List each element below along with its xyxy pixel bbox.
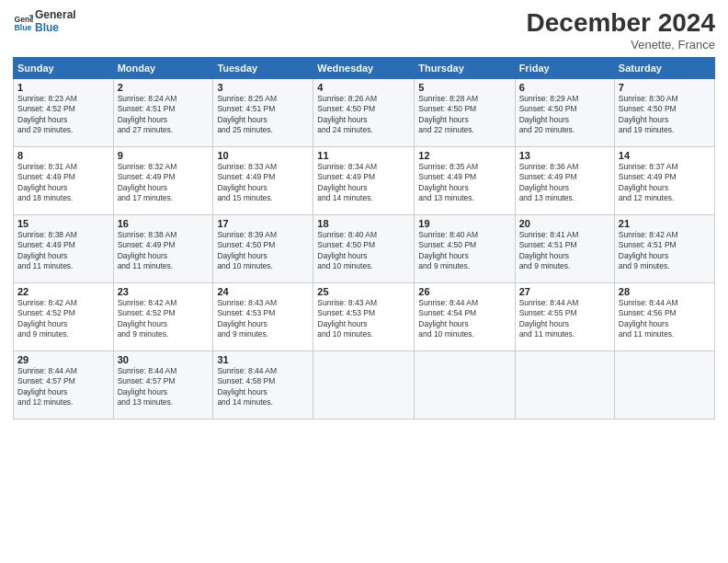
day-number: 9 — [118, 150, 210, 161]
weekday-header-monday: Monday — [113, 57, 213, 78]
calendar-cell: 28Sunrise: 8:44 AMSunset: 4:56 PMDayligh… — [614, 282, 714, 350]
calendar-cell: 9Sunrise: 8:32 AMSunset: 4:49 PMDaylight… — [113, 146, 213, 214]
day-detail: Sunrise: 8:41 AMSunset: 4:51 PMDaylight … — [519, 230, 610, 272]
day-detail: Sunrise: 8:44 AMSunset: 4:57 PMDaylight … — [118, 366, 210, 408]
calendar-cell — [614, 350, 714, 419]
day-detail: Sunrise: 8:38 AMSunset: 4:49 PMDaylight … — [17, 230, 109, 272]
week-row-5: 29Sunrise: 8:44 AMSunset: 4:57 PMDayligh… — [14, 350, 715, 419]
calendar-cell: 22Sunrise: 8:42 AMSunset: 4:52 PMDayligh… — [14, 282, 114, 350]
calendar-cell: 20Sunrise: 8:41 AMSunset: 4:51 PMDayligh… — [515, 214, 614, 282]
logo-general: General — [35, 9, 76, 22]
day-detail: Sunrise: 8:25 AMSunset: 4:51 PMDaylight … — [217, 94, 309, 136]
weekday-header-saturday: Saturday — [614, 57, 714, 78]
day-detail: Sunrise: 8:31 AMSunset: 4:49 PMDaylight … — [17, 162, 109, 204]
day-number: 10 — [217, 150, 309, 161]
day-number: 22 — [17, 286, 109, 297]
calendar-cell: 8Sunrise: 8:31 AMSunset: 4:49 PMDaylight… — [14, 146, 114, 214]
calendar-cell: 24Sunrise: 8:43 AMSunset: 4:53 PMDayligh… — [213, 282, 313, 350]
day-number: 4 — [317, 82, 410, 93]
calendar-cell: 10Sunrise: 8:33 AMSunset: 4:49 PMDayligh… — [213, 146, 313, 214]
day-detail: Sunrise: 8:33 AMSunset: 4:49 PMDaylight … — [217, 162, 309, 204]
calendar-cell: 14Sunrise: 8:37 AMSunset: 4:49 PMDayligh… — [614, 146, 714, 214]
day-number: 5 — [418, 82, 510, 93]
day-number: 26 — [418, 286, 510, 297]
calendar-cell: 26Sunrise: 8:44 AMSunset: 4:54 PMDayligh… — [415, 282, 515, 350]
day-detail: Sunrise: 8:35 AMSunset: 4:49 PMDaylight … — [418, 162, 510, 204]
day-detail: Sunrise: 8:43 AMSunset: 4:53 PMDaylight … — [217, 298, 309, 340]
logo: General Blue General Blue — [13, 9, 76, 35]
day-detail: Sunrise: 8:40 AMSunset: 4:50 PMDaylight … — [418, 230, 510, 272]
day-number: 18 — [317, 218, 410, 229]
calendar-cell: 4Sunrise: 8:26 AMSunset: 4:50 PMDaylight… — [313, 78, 415, 146]
week-row-1: 1Sunrise: 8:23 AMSunset: 4:52 PMDaylight… — [14, 78, 715, 146]
calendar-cell: 18Sunrise: 8:40 AMSunset: 4:50 PMDayligh… — [313, 214, 415, 282]
calendar-cell: 7Sunrise: 8:30 AMSunset: 4:50 PMDaylight… — [614, 78, 714, 146]
weekday-header-tuesday: Tuesday — [213, 57, 313, 78]
day-number: 11 — [317, 150, 410, 161]
day-detail: Sunrise: 8:37 AMSunset: 4:49 PMDaylight … — [619, 162, 711, 204]
day-detail: Sunrise: 8:23 AMSunset: 4:52 PMDaylight … — [17, 94, 109, 136]
day-detail: Sunrise: 8:42 AMSunset: 4:51 PMDaylight … — [619, 230, 711, 272]
calendar-cell: 19Sunrise: 8:40 AMSunset: 4:50 PMDayligh… — [415, 214, 515, 282]
day-number: 8 — [17, 150, 109, 161]
day-detail: Sunrise: 8:24 AMSunset: 4:51 PMDaylight … — [118, 94, 210, 136]
calendar-cell: 1Sunrise: 8:23 AMSunset: 4:52 PMDaylight… — [14, 78, 114, 146]
day-detail: Sunrise: 8:39 AMSunset: 4:50 PMDaylight … — [217, 230, 309, 272]
day-number: 25 — [317, 286, 410, 297]
day-detail: Sunrise: 8:38 AMSunset: 4:49 PMDaylight … — [118, 230, 210, 272]
calendar-cell: 6Sunrise: 8:29 AMSunset: 4:50 PMDaylight… — [515, 78, 614, 146]
weekday-header-wednesday: Wednesday — [313, 57, 415, 78]
calendar-cell: 12Sunrise: 8:35 AMSunset: 4:49 PMDayligh… — [415, 146, 515, 214]
day-number: 14 — [619, 150, 711, 161]
header: General Blue General Blue December 2024 … — [13, 9, 715, 52]
calendar-cell: 25Sunrise: 8:43 AMSunset: 4:53 PMDayligh… — [313, 282, 415, 350]
week-row-4: 22Sunrise: 8:42 AMSunset: 4:52 PMDayligh… — [14, 282, 715, 350]
day-detail: Sunrise: 8:40 AMSunset: 4:50 PMDaylight … — [317, 230, 410, 272]
day-detail: Sunrise: 8:44 AMSunset: 4:54 PMDaylight … — [418, 298, 510, 340]
day-detail: Sunrise: 8:44 AMSunset: 4:58 PMDaylight … — [217, 366, 309, 408]
day-detail: Sunrise: 8:42 AMSunset: 4:52 PMDaylight … — [17, 298, 109, 340]
day-number: 15 — [17, 218, 109, 229]
day-detail: Sunrise: 8:30 AMSunset: 4:50 PMDaylight … — [619, 94, 711, 136]
calendar-cell — [415, 350, 515, 419]
calendar-cell: 3Sunrise: 8:25 AMSunset: 4:51 PMDaylight… — [213, 78, 313, 146]
day-detail: Sunrise: 8:44 AMSunset: 4:56 PMDaylight … — [619, 298, 711, 340]
day-number: 28 — [619, 286, 711, 297]
weekday-header-thursday: Thursday — [415, 57, 515, 78]
calendar-cell: 29Sunrise: 8:44 AMSunset: 4:57 PMDayligh… — [14, 350, 114, 419]
calendar-cell: 23Sunrise: 8:42 AMSunset: 4:52 PMDayligh… — [113, 282, 213, 350]
calendar-cell: 5Sunrise: 8:28 AMSunset: 4:50 PMDaylight… — [415, 78, 515, 146]
calendar-cell: 17Sunrise: 8:39 AMSunset: 4:50 PMDayligh… — [213, 214, 313, 282]
day-detail: Sunrise: 8:44 AMSunset: 4:57 PMDaylight … — [17, 366, 109, 408]
day-detail: Sunrise: 8:36 AMSunset: 4:49 PMDaylight … — [519, 162, 610, 204]
day-detail: Sunrise: 8:42 AMSunset: 4:52 PMDaylight … — [118, 298, 210, 340]
calendar-cell: 11Sunrise: 8:34 AMSunset: 4:49 PMDayligh… — [313, 146, 415, 214]
location: Venette, France — [527, 38, 715, 52]
day-detail: Sunrise: 8:44 AMSunset: 4:55 PMDaylight … — [519, 298, 610, 340]
day-detail: Sunrise: 8:28 AMSunset: 4:50 PMDaylight … — [418, 94, 510, 136]
day-number: 27 — [519, 286, 610, 297]
week-row-3: 15Sunrise: 8:38 AMSunset: 4:49 PMDayligh… — [14, 214, 715, 282]
calendar-cell: 31Sunrise: 8:44 AMSunset: 4:58 PMDayligh… — [213, 350, 313, 419]
logo-blue: Blue — [35, 22, 76, 35]
calendar-cell: 2Sunrise: 8:24 AMSunset: 4:51 PMDaylight… — [113, 78, 213, 146]
calendar-cell — [515, 350, 614, 419]
week-row-2: 8Sunrise: 8:31 AMSunset: 4:49 PMDaylight… — [14, 146, 715, 214]
calendar-cell: 15Sunrise: 8:38 AMSunset: 4:49 PMDayligh… — [14, 214, 114, 282]
day-number: 20 — [519, 218, 610, 229]
day-detail: Sunrise: 8:26 AMSunset: 4:50 PMDaylight … — [317, 94, 410, 136]
day-number: 31 — [217, 354, 309, 365]
day-number: 13 — [519, 150, 610, 161]
day-detail: Sunrise: 8:34 AMSunset: 4:49 PMDaylight … — [317, 162, 410, 204]
weekday-header-friday: Friday — [515, 57, 614, 78]
calendar-cell: 16Sunrise: 8:38 AMSunset: 4:49 PMDayligh… — [113, 214, 213, 282]
calendar-cell: 30Sunrise: 8:44 AMSunset: 4:57 PMDayligh… — [113, 350, 213, 419]
month-title: December 2024 — [527, 9, 715, 38]
day-number: 3 — [217, 82, 309, 93]
day-number: 6 — [519, 82, 610, 93]
calendar-cell: 21Sunrise: 8:42 AMSunset: 4:51 PMDayligh… — [614, 214, 714, 282]
day-number: 23 — [118, 286, 210, 297]
day-number: 7 — [619, 82, 711, 93]
day-detail: Sunrise: 8:43 AMSunset: 4:53 PMDaylight … — [317, 298, 410, 340]
calendar-cell: 27Sunrise: 8:44 AMSunset: 4:55 PMDayligh… — [515, 282, 614, 350]
